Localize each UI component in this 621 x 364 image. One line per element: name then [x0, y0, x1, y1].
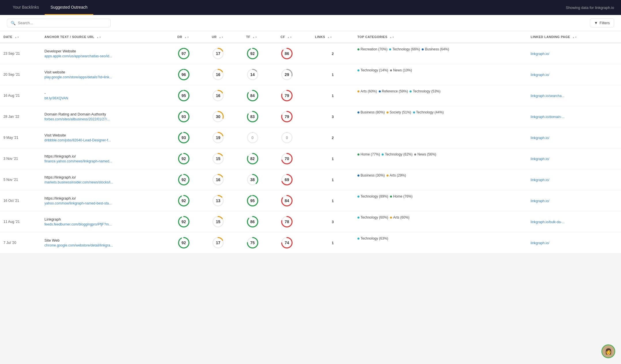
date-cell: 11 Aug '21: [0, 211, 41, 232]
category-tag: News (56%): [414, 152, 436, 156]
source-url-link[interactable]: play.google.com/store/apps/details?id=li…: [44, 75, 112, 79]
tab-your-backlinks[interactable]: Your Backlinks: [7, 0, 45, 15]
ur-cell: 17: [208, 43, 243, 64]
header-categories[interactable]: TOP CATEGORIES ▲▼: [354, 31, 527, 43]
anchor-text: -: [44, 91, 170, 95]
header-tf[interactable]: TF ▲▼: [243, 31, 277, 43]
category-dot: [357, 175, 359, 177]
table-row: 16 Aug '21- bit.ly/36XQVAN 95 16 84 79 1…: [0, 85, 621, 106]
table-body: 23 Sep '21Developer Website apps.apple.c…: [0, 43, 621, 253]
source-url-link[interactable]: apps.apple.com/us/app/searchatlas-seo/id…: [44, 54, 112, 58]
date-cell: 9 May '21: [0, 127, 41, 148]
source-url-link[interactable]: feeds.feedburner.com/bloggingpro/PfjF?m.…: [44, 222, 111, 226]
category-dot: [379, 90, 381, 92]
ur-cell: 30: [208, 106, 243, 127]
dr-cell: 93: [174, 106, 208, 127]
cf-cell: 78: [277, 211, 311, 232]
category-dot: [357, 111, 359, 113]
anchor-text: Developer Website: [44, 49, 170, 53]
landing-link[interactable]: linkgraph.io/: [531, 199, 549, 203]
header-cf[interactable]: CF ▲▼: [277, 31, 311, 43]
cf-cell: 29: [277, 64, 311, 85]
landing-link[interactable]: linkgraph.io/domain-...: [531, 115, 565, 119]
cf-cell: 86: [277, 43, 311, 64]
source-url-link[interactable]: bit.ly/36XQVAN: [44, 96, 68, 100]
source-url-link[interactable]: markets.businessinsider.com/news/stocks/…: [44, 180, 113, 184]
ur-cell: 17: [208, 232, 243, 253]
tab-suggested-outreach[interactable]: Suggested Outreach: [45, 0, 93, 15]
anchor-cell: https://linkgraph.io/ markets.businessin…: [41, 169, 174, 190]
landing-link[interactable]: linkgraph.io/bulk-da-...: [531, 220, 565, 224]
category-tag: Business (80%): [357, 110, 385, 114]
links-cell: 1: [311, 64, 354, 85]
category-tag: Arts (60%): [357, 89, 377, 93]
links-cell: 2: [311, 43, 354, 64]
anchor-cell: Site Web chrome.google.com/webstore/deta…: [41, 232, 174, 253]
landing-link[interactable]: linkgraph.io/: [531, 52, 549, 56]
category-tag: Technology (53%): [410, 89, 440, 93]
sort-arrows-ur: ▲▼: [219, 36, 224, 39]
landing-link[interactable]: linkgraph.io/searcha...: [531, 94, 564, 98]
links-cell: 1: [311, 232, 354, 253]
header-anchor[interactable]: ANCHOR TEXT / SOURCE URL ▲▼: [41, 31, 174, 43]
date-cell: 5 Nov '21: [0, 169, 41, 190]
category-dot: [382, 153, 384, 156]
header-ur[interactable]: UR ▲▼: [208, 31, 243, 43]
categories-cell: Arts (60%)Reference (59%)Technology (53%…: [354, 85, 527, 97]
search-wrapper[interactable]: 🔍: [7, 19, 111, 27]
landing-link[interactable]: linkgraph.io/: [531, 178, 549, 182]
ur-cell: 19: [208, 127, 243, 148]
dr-cell: 95: [174, 85, 208, 106]
landing-link[interactable]: linkgraph.io/: [531, 136, 549, 140]
categories-cell: Technology (63%): [354, 232, 527, 244]
links-cell: 1: [311, 169, 354, 190]
search-input[interactable]: [18, 21, 107, 25]
table-header: DATE ▲▼ANCHOR TEXT / SOURCE URL ▲▼DR ▲▼U…: [0, 31, 621, 43]
tf-cell: 86: [243, 211, 277, 232]
landing-cell: linkgraph.io/searcha...: [527, 85, 621, 106]
category-dot: [413, 111, 415, 113]
anchor-cell: Developer Website apps.apple.com/us/app/…: [41, 43, 174, 64]
category-tag: News (10%): [390, 68, 412, 72]
categories-cell: Home (77%)Technology (62%)News (56%): [354, 148, 527, 160]
filter-button[interactable]: ▼ Filters: [590, 18, 614, 27]
landing-link[interactable]: linkgraph.io/: [531, 157, 549, 161]
landing-link[interactable]: linkgraph.io/: [531, 241, 549, 245]
source-url-link[interactable]: dribbble.com/jobs/82640-Lead-Designer-f.…: [44, 138, 111, 142]
category-dot: [390, 69, 392, 71]
source-url-link[interactable]: forbes.com/sites/allbusiness/2022/01/27/…: [44, 117, 110, 121]
category-tag: Technology (62%): [382, 152, 412, 156]
landing-link[interactable]: linkgraph.io/: [531, 73, 549, 77]
source-url-link[interactable]: finance.yahoo.com/news/linkgraph-named..…: [44, 159, 112, 163]
ur-cell: 15: [208, 148, 243, 169]
dr-cell: 92: [174, 190, 208, 211]
category-dot: [390, 196, 392, 198]
links-cell: 2: [311, 127, 354, 148]
header-links[interactable]: LINKS ▲▼: [311, 31, 354, 43]
categories-cell: Technology (14%)News (10%): [354, 64, 527, 76]
header-landing[interactable]: LINKED LANDING PAGE ▲▼: [527, 31, 621, 43]
category-tag: Technology (14%): [357, 68, 388, 72]
category-tag: Reference (59%): [379, 89, 408, 93]
category-tag: Technology (44%): [413, 110, 444, 114]
anchor-cell: Visit website play.google.com/store/apps…: [41, 64, 174, 85]
cf-cell: 74: [277, 232, 311, 253]
header-dr[interactable]: DR ▲▼: [174, 31, 208, 43]
anchor-text: Visit website: [44, 70, 170, 74]
table-row: 7 Jul '20Site Web chrome.google.com/webs…: [0, 232, 621, 253]
links-cell: 3: [311, 106, 354, 127]
source-url-link[interactable]: yahoo.com/now/linkgraph-named-best-sta..…: [44, 201, 111, 205]
anchor-cell: - bit.ly/36XQVAN: [41, 85, 174, 106]
date-cell: 20 Sep '21: [0, 64, 41, 85]
anchor-cell: https://linkgraph.io/ finance.yahoo.com/…: [41, 148, 174, 169]
tf-cell: 82: [243, 148, 277, 169]
landing-cell: linkgraph.io/bulk-da-...: [527, 211, 621, 232]
anchor-cell: https://linkgraph.io/ yahoo.com/now/link…: [41, 190, 174, 211]
table-row: 28 Jan '22Domain Rating and Domain Autho…: [0, 106, 621, 127]
landing-cell: linkgraph.io/: [527, 43, 621, 64]
source-url-link[interactable]: chrome.google.com/webstore/detail/linkgr…: [44, 243, 113, 247]
header-date[interactable]: DATE ▲▼: [0, 31, 41, 43]
dr-cell: 92: [174, 232, 208, 253]
sort-arrows-cf: ▲▼: [287, 36, 292, 39]
category-dot: [357, 153, 359, 156]
